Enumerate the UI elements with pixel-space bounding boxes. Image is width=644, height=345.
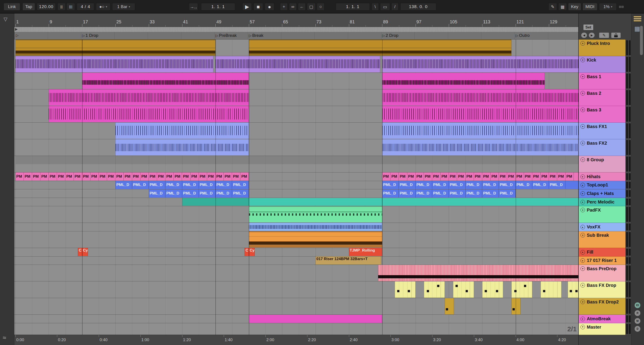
prev-locator-button[interactable]: ◀ bbox=[581, 32, 587, 38]
track-header-bass-1[interactable]: ▾Bass 1 bbox=[579, 73, 626, 89]
track-header-17-017-riser-1[interactable]: ▸17 017 Riser 1 bbox=[579, 256, 626, 265]
next-locator-button[interactable]: ▶ bbox=[588, 32, 595, 38]
arrangement-area[interactable]: PMPMPMPMPMPMPMPMPMPMPMPMPMPMPMPMPMPMPMPM… bbox=[14, 40, 578, 335]
panel-toggle-io[interactable]: IO bbox=[634, 302, 641, 308]
clip-bass-2[interactable] bbox=[382, 89, 578, 106]
track-header-perc-melodic[interactable]: ▸Perc Melodic bbox=[579, 198, 626, 206]
punch-in-button[interactable]: \ bbox=[372, 3, 379, 11]
overview-fold-triangle-icon[interactable]: ▽ bbox=[4, 17, 8, 22]
clip-fill[interactable]: Cy bbox=[249, 248, 255, 256]
fold-right-icon[interactable]: ▸ bbox=[580, 191, 585, 196]
fold-down-icon[interactable]: ▾ bbox=[580, 266, 585, 271]
clip-atmobreak[interactable] bbox=[249, 315, 382, 323]
clip-kick[interactable] bbox=[382, 56, 578, 72]
fold-right-icon[interactable]: ▸ bbox=[580, 200, 585, 204]
track-header-bass-fx-drop2[interactable]: ▾Bass FX Drop2 bbox=[579, 298, 626, 315]
panel-toggle-r[interactable]: R bbox=[634, 310, 641, 316]
hamburger-menu-icon[interactable] bbox=[634, 15, 641, 22]
clip-toploop1[interactable]: PML_DPML_DPML_DPML_DPML_DPML_DPML_DPML_D… bbox=[382, 181, 578, 189]
record-button[interactable]: ● bbox=[265, 3, 274, 11]
track-header-bass-predrop[interactable]: ▾Bass PreDrop bbox=[579, 265, 626, 281]
clip-bass-fx-drop[interactable] bbox=[395, 281, 416, 298]
fold-down-icon[interactable]: ▾ bbox=[580, 124, 585, 129]
clip-8-group[interactable] bbox=[16, 156, 578, 172]
clip-kick[interactable] bbox=[216, 56, 380, 72]
fold-down-icon[interactable]: ▾ bbox=[580, 283, 585, 287]
scrub-area[interactable]: ▶ bbox=[14, 27, 578, 32]
clip-bass-1[interactable] bbox=[82, 73, 249, 89]
clip-bass-3[interactable] bbox=[382, 106, 578, 122]
clip-17-017-riser-1[interactable]: 017 Riser 124BPM 32Bars+T bbox=[316, 256, 381, 265]
beat-time-ruler[interactable]: 191725334149576573818997105113121129 bbox=[14, 14, 578, 27]
automation-arm-button[interactable]: ∞ bbox=[289, 3, 297, 11]
audio-engine-icon[interactable]: ≈ bbox=[3, 334, 6, 341]
clip-kick[interactable] bbox=[16, 56, 82, 72]
draw-circle-button[interactable]: ○ bbox=[317, 3, 324, 11]
quantization-menu[interactable]: 1 Bar ▾ bbox=[112, 3, 135, 11]
locator-flag-1-drop[interactable]: ▷1 Drop bbox=[82, 33, 98, 38]
computer-midi-keyboard-button[interactable]: ▦ bbox=[558, 3, 567, 11]
track-header-atmobreak[interactable]: ▸AtmoBreak bbox=[579, 315, 626, 323]
tempo-field[interactable]: 120.00 bbox=[37, 3, 56, 11]
re-enable-automation-button[interactable]: ← bbox=[298, 3, 306, 11]
clip-kick[interactable] bbox=[82, 56, 214, 72]
locator-flag-2-drop[interactable]: ▷2 Drop bbox=[382, 33, 398, 38]
clip-hihats[interactable]: PMPMPMPMPMPMPMPMPMPMPMPMPMPMPMPMPMPMPMPM… bbox=[16, 173, 249, 181]
track-header-bass-fx2[interactable]: ▾Bass FX2 bbox=[579, 139, 626, 156]
browser-grid-icon[interactable]: ▦ bbox=[634, 25, 640, 32]
clip-bass-fx-drop2[interactable] bbox=[445, 298, 454, 314]
track-header-8-group[interactable]: ≡8 Group bbox=[579, 156, 626, 173]
track-header-fill[interactable]: ▸Fill bbox=[579, 248, 626, 256]
track-header-pluck-intro[interactable]: ▾Pluck Intro bbox=[579, 40, 626, 56]
clip-fill[interactable]: C bbox=[78, 248, 82, 256]
fold-down-icon[interactable]: ▾ bbox=[580, 74, 585, 79]
clip-padfx[interactable] bbox=[249, 206, 382, 222]
fold-down-icon[interactable]: ▾ bbox=[580, 58, 585, 62]
fold-down-icon[interactable]: ▾ bbox=[580, 233, 585, 237]
clip-bass-1[interactable] bbox=[382, 73, 544, 89]
clip-pluck-intro[interactable] bbox=[82, 40, 216, 56]
clip-fill[interactable]: Cy bbox=[82, 248, 88, 256]
fold-down-icon[interactable]: ▾ bbox=[580, 300, 585, 304]
clip-voxfx[interactable] bbox=[249, 223, 382, 231]
clip-fill[interactable]: TJMP_Rolling bbox=[349, 248, 382, 256]
cpu-meter[interactable]: 1% ▾ bbox=[599, 3, 616, 11]
clip-bass-3[interactable] bbox=[49, 106, 249, 122]
fold-down-icon[interactable]: ▾ bbox=[580, 141, 585, 145]
group-icon[interactable]: ≡ bbox=[580, 157, 585, 162]
fold-right-icon[interactable]: ▸ bbox=[580, 317, 585, 321]
fold-down-icon[interactable]: ▾ bbox=[580, 325, 585, 329]
locator-flag-break[interactable]: ▷Break bbox=[249, 33, 264, 38]
clip-perc-melodic[interactable] bbox=[249, 198, 382, 206]
key-map-button[interactable]: Key bbox=[568, 3, 581, 11]
clip-bass-fx-drop[interactable] bbox=[540, 281, 562, 298]
clip-pluck-intro[interactable] bbox=[16, 40, 82, 56]
play-button[interactable]: ▶ bbox=[242, 3, 252, 11]
track-header-master[interactable]: ▾Master bbox=[579, 323, 626, 335]
clip-bass-fx1[interactable] bbox=[115, 123, 248, 139]
nudge-down-button[interactable]: ||| bbox=[58, 3, 66, 11]
track-header-kick[interactable]: ▾Kick bbox=[579, 56, 626, 73]
track-header-bass-fx1[interactable]: ▾Bass FX1 bbox=[579, 123, 626, 139]
track-header-bass-fx-drop[interactable]: ▾Bass FX Drop bbox=[579, 281, 626, 298]
clip-bass-fx1[interactable] bbox=[382, 123, 578, 139]
clip-bass-fx-drop[interactable] bbox=[453, 281, 474, 298]
metronome-button[interactable]: ●○ ▾ bbox=[96, 3, 110, 11]
clip-perc-melodic[interactable] bbox=[382, 198, 578, 206]
track-header-voxfx[interactable]: ▸VoxFX bbox=[579, 223, 626, 231]
track-header-sub-break[interactable]: ▾Sub Break bbox=[579, 231, 626, 248]
loop-switch-button[interactable]: ▭ bbox=[380, 3, 390, 11]
clip-claps-hats[interactable]: PML_DPML_DPML_DPML_DPML_DPML_DPML_DPML_D bbox=[382, 189, 516, 197]
link-button[interactable]: Link bbox=[4, 3, 20, 11]
fold-down-icon[interactable]: ▾ bbox=[580, 41, 585, 46]
nudge-up-button[interactable]: |||| bbox=[66, 3, 75, 11]
track-header-bass-2[interactable]: ▾Bass 2 bbox=[579, 89, 626, 106]
clip-bass-fx-drop[interactable] bbox=[512, 281, 532, 298]
track-header-toploop1[interactable]: ▸TopLoop1 bbox=[579, 181, 626, 190]
loop-start-field[interactable]: 1. 1. 1 bbox=[336, 3, 370, 11]
track-header-claps-hats[interactable]: ▸Claps + Hats bbox=[579, 189, 626, 198]
clip-claps-hats[interactable]: PML_DPML_DPML_DPML_DPML_DPML_D bbox=[149, 189, 249, 197]
clip-bass-fx-drop[interactable] bbox=[424, 281, 445, 298]
track-header-bass-3[interactable]: ▾Bass 3 bbox=[579, 106, 626, 123]
lock-envelopes-button[interactable] bbox=[611, 32, 621, 38]
